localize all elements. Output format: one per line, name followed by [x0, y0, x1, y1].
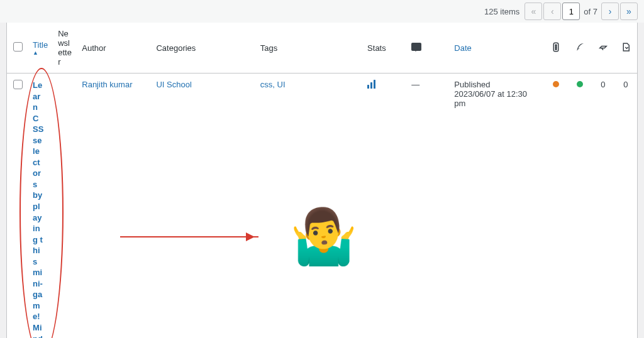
page-next-button[interactable]: › — [601, 3, 619, 20]
column-author-label: Author — [82, 43, 106, 53]
page-last-button[interactable]: » — [620, 3, 638, 20]
pagination-bar: 125 items « ‹ of 7 › » — [0, 0, 644, 23]
svg-point-3 — [555, 48, 557, 49]
column-date-sort[interactable]: Date — [454, 43, 471, 53]
traffic-light-icon — [550, 41, 562, 53]
svg-point-2 — [555, 46, 557, 47]
author-link[interactable]: Ranjith kumar — [82, 80, 132, 89]
column-categories-label: Categories — [156, 43, 196, 53]
posts-table-wrap: Title ▲ Newsletter Author Categories Tag… — [6, 23, 638, 338]
stats-bars-icon[interactable] — [367, 80, 375, 89]
tags-link[interactable]: css, UI — [260, 80, 286, 89]
column-tags-label: Tags — [260, 43, 277, 53]
column-stats-label: Stats — [367, 43, 386, 53]
posts-table: Title ▲ Newsletter Author Categories Tag… — [7, 23, 637, 338]
feather-icon — [574, 41, 586, 53]
links-icon — [597, 41, 609, 53]
page-first-button[interactable]: « — [525, 3, 542, 20]
items-count: 125 items — [484, 7, 519, 16]
sort-asc-icon: ▲ — [33, 50, 48, 56]
date-status: Published — [454, 80, 538, 89]
table-header-row: Title ▲ Newsletter Author Categories Tag… — [7, 23, 637, 74]
comments-count: — — [411, 80, 419, 89]
select-all-checkbox[interactable] — [13, 42, 23, 52]
page-of-text: of 7 — [584, 7, 597, 16]
row-checkbox[interactable] — [13, 80, 23, 89]
table-row: Learn CSS selectors by playing this mini… — [7, 74, 637, 339]
incoming-links-count: 0 — [601, 80, 605, 89]
document-icon — [620, 41, 631, 53]
outgoing-links-count: 0 — [623, 80, 628, 89]
seo-status-dot — [553, 81, 559, 87]
post-title-link[interactable]: Learn CSS selectors by playing this mini… — [33, 80, 44, 338]
readability-status-dot — [577, 81, 583, 87]
category-link[interactable]: UI School — [156, 80, 191, 89]
column-title-label: Title — [33, 40, 48, 50]
page-current-input[interactable] — [562, 3, 580, 20]
page-prev-button[interactable]: ‹ — [543, 3, 561, 20]
column-newsletter-label: Newsletter — [58, 29, 72, 67]
date-value: 2023/06/07 at 12:30 pm — [454, 89, 538, 108]
svg-point-1 — [555, 44, 557, 45]
column-title-sort[interactable]: Title ▲ — [33, 40, 48, 56]
comments-icon — [411, 43, 421, 51]
